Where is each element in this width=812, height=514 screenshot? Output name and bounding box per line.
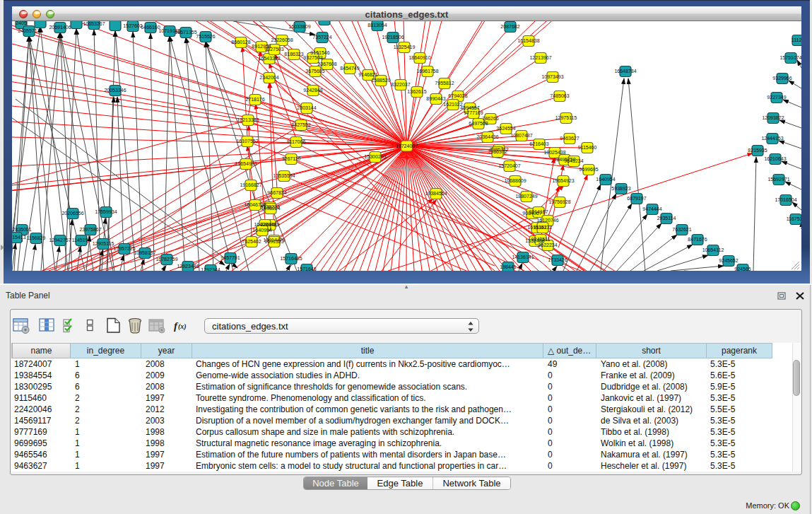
svg-text:3675685: 3675685 [305, 69, 324, 74]
svg-text:6497568: 6497568 [469, 121, 488, 126]
svg-text:9245652: 9245652 [719, 258, 738, 263]
svg-text:16409948: 16409948 [254, 222, 276, 227]
svg-text:19654923: 19654923 [552, 178, 574, 183]
svg-text:1640954: 1640954 [596, 177, 615, 182]
svg-text:4594557: 4594557 [460, 105, 479, 110]
svg-text:9641234: 9641234 [564, 158, 583, 163]
svg-text:6466160: 6466160 [141, 25, 160, 30]
svg-text:16107552: 16107552 [236, 139, 258, 144]
svg-text:9329966: 9329966 [772, 76, 792, 81]
svg-text:2835001: 2835001 [12, 227, 31, 232]
svg-text:16210643: 16210643 [764, 156, 786, 161]
svg-text:10688609: 10688609 [504, 178, 526, 183]
svg-text:5938923: 5938923 [611, 186, 630, 191]
svg-text:20053346: 20053346 [104, 88, 126, 93]
svg-text:7485063: 7485063 [550, 93, 569, 98]
svg-text:9115132: 9115132 [534, 225, 553, 230]
svg-text:9667834: 9667834 [267, 190, 286, 195]
svg-text:1156829: 1156829 [27, 235, 46, 240]
svg-text:1362615: 1362615 [407, 89, 426, 94]
svg-text:12444153: 12444153 [761, 136, 783, 141]
svg-text:1527602: 1527602 [123, 23, 142, 28]
svg-text:12923446: 12923446 [177, 264, 199, 269]
svg-text:19166827: 19166827 [240, 182, 261, 187]
svg-text:10973493: 10973493 [541, 74, 563, 79]
svg-text:3267110: 3267110 [282, 156, 301, 161]
svg-text:6794028: 6794028 [448, 93, 467, 98]
svg-text:15716485: 15716485 [280, 256, 302, 261]
svg-text:2522234: 2522234 [538, 243, 557, 247]
svg-text:2718176: 2718176 [245, 97, 264, 102]
svg-text:1640994: 1640994 [252, 228, 271, 233]
svg-text:19756928: 19756928 [548, 199, 570, 204]
svg-text:20364436: 20364436 [476, 134, 498, 139]
svg-text:8427552: 8427552 [291, 122, 310, 127]
svg-text:13535594: 13535594 [273, 173, 295, 178]
svg-text:15300293: 15300293 [364, 154, 386, 159]
svg-text:19218506: 19218506 [382, 35, 404, 40]
svg-text:9314167: 9314167 [529, 209, 548, 214]
svg-text:10025438: 10025438 [543, 150, 565, 155]
svg-text:9327503: 9327503 [303, 55, 322, 60]
svg-text:7986372: 7986372 [488, 149, 507, 154]
svg-text:3915413: 3915413 [12, 235, 26, 240]
svg-text:8813054: 8813054 [367, 23, 387, 28]
svg-text:2087682: 2087682 [500, 24, 519, 29]
svg-text:12942757: 12942757 [49, 238, 71, 243]
svg-text:16648784: 16648784 [614, 69, 636, 74]
svg-text:9146821: 9146821 [358, 72, 377, 77]
svg-text:15751074: 15751074 [779, 55, 801, 60]
svg-text:20691406: 20691406 [49, 25, 71, 30]
svg-text:12213383: 12213383 [237, 117, 259, 122]
svg-text:6879197: 6879197 [627, 196, 646, 201]
svg-text:16120746: 16120746 [536, 218, 558, 223]
svg-text:11128: 11128 [792, 37, 801, 42]
svg-text:8660128: 8660128 [231, 40, 250, 45]
svg-text:1571648: 1571648 [297, 267, 316, 271]
svg-text:11325419: 11325419 [394, 45, 416, 49]
svg-text:9248511: 9248511 [531, 237, 551, 242]
svg-text:9699695: 9699695 [579, 167, 598, 172]
svg-text:16033809: 16033809 [288, 24, 310, 29]
svg-text:8215935: 8215935 [748, 148, 767, 153]
svg-text:10653267: 10653267 [83, 21, 105, 26]
svg-text:16671355: 16671355 [175, 30, 196, 35]
svg-text:7955812: 7955812 [435, 81, 454, 86]
svg-text:9327503: 9327503 [264, 47, 283, 52]
svg-text:198441: 198441 [500, 264, 516, 269]
svg-text:9227349: 9227349 [767, 95, 786, 100]
svg-text:19654933: 19654933 [235, 161, 257, 166]
svg-text:9777169: 9777169 [464, 110, 483, 115]
svg-text:17559934: 17559934 [95, 209, 117, 214]
svg-text:14136141: 14136141 [512, 255, 534, 259]
svg-text:746266: 746266 [482, 116, 498, 121]
svg-text:15720407: 15720407 [498, 163, 520, 168]
svg-text:8471676: 8471676 [688, 237, 707, 242]
svg-text:7357224: 7357224 [312, 35, 331, 40]
svg-text:17957225: 17957225 [113, 246, 135, 251]
svg-text:9457791: 9457791 [220, 255, 240, 260]
svg-text:1498224: 1498224 [261, 206, 280, 211]
svg-text:1588520: 1588520 [371, 78, 390, 83]
svg-text:8454749: 8454749 [340, 66, 359, 71]
svg-text:12213967: 12213967 [529, 55, 551, 60]
svg-text:9115460: 9115460 [578, 145, 597, 150]
svg-text:1733426: 1733426 [548, 257, 567, 262]
svg-text:16782759: 16782759 [155, 257, 177, 262]
svg-text:10958137: 10958137 [134, 250, 155, 255]
svg-text:2342004: 2342004 [259, 75, 278, 80]
svg-text:15692971: 15692971 [767, 177, 789, 182]
svg-text:924565: 924565 [734, 267, 751, 271]
svg-text:2935114: 2935114 [657, 216, 676, 221]
svg-text:16961758: 16961758 [416, 69, 438, 74]
svg-text:2803144: 2803144 [297, 105, 316, 110]
svg-text:20206556: 20206556 [61, 211, 83, 216]
svg-text:(x): (x) [178, 322, 187, 331]
svg-text:23226058: 23226058 [271, 37, 293, 42]
svg-text:1167534: 1167534 [787, 216, 801, 221]
svg-text:12093872: 12093872 [762, 115, 784, 120]
svg-text:18724007: 18724007 [396, 144, 418, 148]
svg-text:7632621: 7632621 [672, 227, 691, 232]
svg-text:23975867: 23975867 [79, 227, 101, 232]
svg-text:2367608: 2367608 [317, 62, 336, 66]
